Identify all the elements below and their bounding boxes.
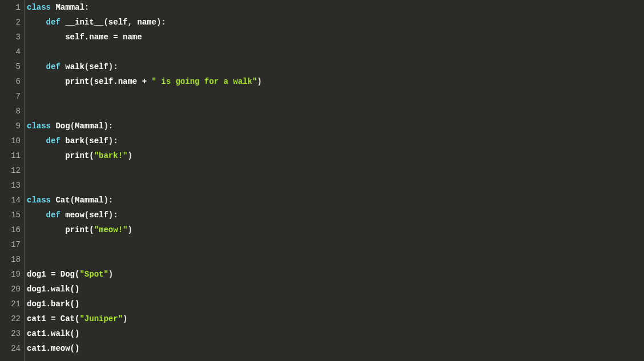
line-number: 23	[0, 326, 21, 341]
line-number: 19	[0, 267, 21, 282]
code-line[interactable]: self.name = name	[27, 30, 644, 44]
line-number: 17	[0, 237, 21, 252]
keyword-def: def	[46, 18, 61, 27]
keyword-class: class	[27, 3, 51, 12]
line-number: 9	[0, 119, 21, 133]
line-number: 1	[0, 0, 21, 15]
code-line[interactable]	[27, 89, 644, 104]
line-number: 18	[0, 252, 21, 267]
line-number: 13	[0, 178, 21, 193]
code-line[interactable]	[27, 44, 644, 59]
class-name: Cat	[55, 196, 70, 205]
code-line[interactable]: def walk(self):	[27, 59, 644, 74]
string-literal: " is going for a walk"	[151, 77, 257, 86]
function-name: walk	[65, 62, 84, 71]
code-line[interactable]: cat1.meow()	[27, 341, 644, 356]
line-number: 24	[0, 341, 21, 356]
line-number: 10	[0, 133, 21, 148]
string-literal: "Spot"	[79, 270, 108, 279]
code-line[interactable]: print(self.name + " is going for a walk"…	[27, 74, 644, 89]
line-number: 21	[0, 297, 21, 311]
keyword-class: class	[27, 196, 51, 205]
code-line[interactable]: class Mammal:	[27, 0, 644, 15]
code-line[interactable]: def meow(self):	[27, 208, 644, 222]
code-line[interactable]: dog1 = Dog("Spot")	[27, 267, 644, 282]
code-editor[interactable]: 1 2 3 4 5 6 7 8 9 10 11 12 13 14 15 16 1…	[0, 0, 644, 361]
line-number: 20	[0, 282, 21, 297]
line-number: 3	[0, 30, 21, 44]
code-line[interactable]: def bark(self):	[27, 133, 644, 148]
string-literal: "meow!"	[94, 225, 128, 234]
code-line[interactable]: cat1.walk()	[27, 326, 644, 341]
function-name: meow	[65, 210, 84, 220]
line-number: 22	[0, 311, 21, 326]
code-line[interactable]: print("meow!")	[27, 222, 644, 237]
code-line[interactable]: dog1.bark()	[27, 297, 644, 311]
function-name: bark	[65, 136, 84, 145]
code-line[interactable]	[27, 178, 644, 193]
line-number: 5	[0, 59, 21, 74]
code-line[interactable]	[27, 252, 644, 267]
class-name: Mammal	[55, 3, 84, 12]
class-name: Dog	[55, 121, 70, 131]
code-line[interactable]	[27, 163, 644, 178]
code-line[interactable]	[27, 237, 644, 252]
code-line[interactable]	[27, 104, 644, 119]
keyword-class: class	[27, 121, 51, 131]
line-number: 2	[0, 15, 21, 30]
keyword-def: def	[46, 62, 61, 71]
code-line[interactable]: print("bark!")	[27, 148, 644, 163]
line-number: 4	[0, 44, 21, 59]
code-area[interactable]: class Mammal: def __init__(self, name): …	[25, 0, 644, 361]
code-line[interactable]: class Dog(Mammal):	[27, 119, 644, 133]
code-line[interactable]: cat1 = Cat("Juniper")	[27, 311, 644, 326]
keyword-def: def	[46, 136, 61, 145]
line-number: 6	[0, 74, 21, 89]
function-name: __init__	[65, 18, 103, 27]
code-line[interactable]: dog1.walk()	[27, 282, 644, 297]
string-literal: "bark!"	[94, 151, 128, 160]
line-number: 11	[0, 148, 21, 163]
string-literal: "Juniper"	[79, 314, 123, 323]
keyword-def: def	[46, 210, 61, 220]
line-number: 8	[0, 104, 21, 119]
code-line[interactable]: def __init__(self, name):	[27, 15, 644, 30]
line-number: 7	[0, 89, 21, 104]
line-number: 15	[0, 208, 21, 222]
line-number-gutter: 1 2 3 4 5 6 7 8 9 10 11 12 13 14 15 16 1…	[0, 0, 25, 361]
line-number: 12	[0, 163, 21, 178]
line-number: 14	[0, 193, 21, 208]
code-line[interactable]: class Cat(Mammal):	[27, 193, 644, 208]
line-number: 16	[0, 222, 21, 237]
